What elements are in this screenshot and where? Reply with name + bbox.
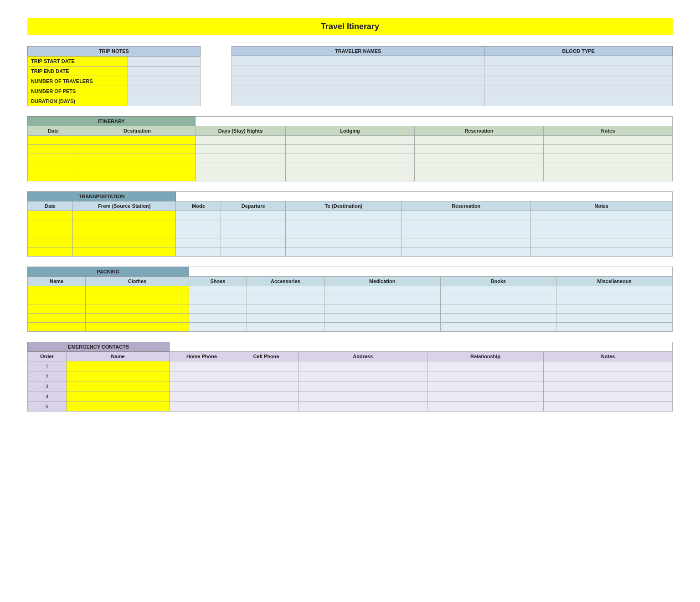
pack-r4-books[interactable] bbox=[440, 314, 556, 323]
itin-r5-days[interactable] bbox=[195, 172, 285, 181]
trans-r2-res[interactable] bbox=[401, 220, 530, 229]
itin-r3-days[interactable] bbox=[195, 154, 285, 163]
trans-r3-mode[interactable] bbox=[176, 229, 221, 238]
emerg-r3-rel[interactable] bbox=[427, 381, 544, 391]
traveler-name-1[interactable] bbox=[232, 56, 484, 66]
pack-r2-clothes[interactable] bbox=[86, 295, 189, 304]
itin-r5-date[interactable] bbox=[28, 172, 79, 181]
pack-r5-shoes[interactable] bbox=[189, 323, 247, 332]
trans-r4-to[interactable] bbox=[285, 238, 401, 247]
itin-r4-lodging[interactable] bbox=[285, 163, 414, 172]
trans-r2-to[interactable] bbox=[285, 220, 401, 229]
pack-r5-acc[interactable] bbox=[247, 323, 324, 332]
pack-r3-med[interactable] bbox=[324, 304, 440, 314]
emerg-r3-home[interactable] bbox=[170, 381, 234, 391]
emerg-r2-notes[interactable] bbox=[543, 371, 672, 381]
itin-r1-notes[interactable] bbox=[543, 136, 672, 145]
itin-r5-dest[interactable] bbox=[79, 172, 196, 181]
traveler-name-2[interactable] bbox=[232, 66, 484, 76]
emerg-r2-rel[interactable] bbox=[427, 371, 544, 381]
trans-r4-mode[interactable] bbox=[176, 238, 221, 247]
pack-r5-name[interactable] bbox=[28, 323, 86, 332]
emerg-r4-name[interactable] bbox=[66, 391, 169, 401]
pack-r1-misc[interactable] bbox=[556, 286, 673, 295]
pack-r5-med[interactable] bbox=[324, 323, 440, 332]
itin-r1-res[interactable] bbox=[414, 136, 543, 145]
trans-r5-notes[interactable] bbox=[530, 247, 672, 257]
emerg-r5-name[interactable] bbox=[66, 401, 169, 412]
emerg-r4-cell[interactable] bbox=[234, 391, 299, 401]
itin-r4-days[interactable] bbox=[195, 163, 285, 172]
trans-r1-date[interactable] bbox=[28, 211, 73, 220]
trans-r2-date[interactable] bbox=[28, 220, 73, 229]
traveler-name-5[interactable] bbox=[232, 96, 484, 106]
trans-r1-to[interactable] bbox=[285, 211, 401, 220]
itin-r4-dest[interactable] bbox=[79, 163, 196, 172]
itin-r3-lodging[interactable] bbox=[285, 154, 414, 163]
itin-r3-dest[interactable] bbox=[79, 154, 196, 163]
itin-r3-date[interactable] bbox=[28, 154, 79, 163]
emerg-r3-addr[interactable] bbox=[299, 381, 427, 391]
trans-r5-mode[interactable] bbox=[176, 247, 221, 257]
blood-type-4[interactable] bbox=[484, 86, 673, 96]
emerg-r4-addr[interactable] bbox=[299, 391, 427, 401]
pack-r5-clothes[interactable] bbox=[86, 323, 189, 332]
trans-r2-from[interactable] bbox=[73, 220, 176, 229]
emerg-r2-cell[interactable] bbox=[234, 371, 299, 381]
itin-r2-date[interactable] bbox=[28, 145, 79, 154]
emerg-r5-home[interactable] bbox=[170, 401, 234, 412]
itin-r2-res[interactable] bbox=[414, 145, 543, 154]
trans-r4-date[interactable] bbox=[28, 238, 73, 247]
emerg-r5-addr[interactable] bbox=[299, 401, 427, 412]
trans-r2-mode[interactable] bbox=[176, 220, 221, 229]
pack-r3-books[interactable] bbox=[440, 304, 556, 314]
emerg-r1-home[interactable] bbox=[170, 361, 234, 371]
traveler-name-4[interactable] bbox=[232, 86, 484, 96]
emerg-r5-rel[interactable] bbox=[427, 401, 544, 412]
itin-r2-days[interactable] bbox=[195, 145, 285, 154]
emerg-r1-addr[interactable] bbox=[299, 361, 427, 371]
pack-r2-med[interactable] bbox=[324, 295, 440, 304]
pack-r1-acc[interactable] bbox=[247, 286, 324, 295]
pack-r1-clothes[interactable] bbox=[86, 286, 189, 295]
trans-r1-notes[interactable] bbox=[530, 211, 672, 220]
pack-r3-acc[interactable] bbox=[247, 304, 324, 314]
pack-r1-books[interactable] bbox=[440, 286, 556, 295]
trans-r5-dep[interactable] bbox=[221, 247, 286, 257]
traveler-name-3[interactable] bbox=[232, 76, 484, 86]
emerg-r5-cell[interactable] bbox=[234, 401, 299, 412]
emerg-r4-rel[interactable] bbox=[427, 391, 544, 401]
trans-r4-dep[interactable] bbox=[221, 238, 286, 247]
pack-r3-name[interactable] bbox=[28, 304, 86, 314]
emerg-r3-cell[interactable] bbox=[234, 381, 299, 391]
itin-r1-lodging[interactable] bbox=[285, 136, 414, 145]
blood-type-1[interactable] bbox=[484, 56, 673, 66]
emerg-r1-rel[interactable] bbox=[427, 361, 544, 371]
pack-r5-misc[interactable] bbox=[556, 323, 673, 332]
itin-r1-dest[interactable] bbox=[79, 136, 196, 145]
blood-type-2[interactable] bbox=[484, 66, 673, 76]
emerg-r1-cell[interactable] bbox=[234, 361, 299, 371]
itin-r4-date[interactable] bbox=[28, 163, 79, 172]
emerg-r5-notes[interactable] bbox=[543, 401, 672, 412]
trans-r5-from[interactable] bbox=[73, 247, 176, 257]
itin-r4-notes[interactable] bbox=[543, 163, 672, 172]
itin-r5-lodging[interactable] bbox=[285, 172, 414, 181]
trans-r3-from[interactable] bbox=[73, 229, 176, 238]
num-travelers-value[interactable] bbox=[128, 76, 201, 86]
itin-r3-res[interactable] bbox=[414, 154, 543, 163]
pack-r3-misc[interactable] bbox=[556, 304, 673, 314]
trans-r4-res[interactable] bbox=[401, 238, 530, 247]
trans-r3-notes[interactable] bbox=[530, 229, 672, 238]
trans-r3-dep[interactable] bbox=[221, 229, 286, 238]
trans-r5-res[interactable] bbox=[401, 247, 530, 257]
trip-end-value[interactable] bbox=[128, 66, 201, 76]
pack-r3-shoes[interactable] bbox=[189, 304, 247, 314]
pack-r4-clothes[interactable] bbox=[86, 314, 189, 323]
trans-r3-date[interactable] bbox=[28, 229, 73, 238]
pack-r2-misc[interactable] bbox=[556, 295, 673, 304]
emerg-r2-home[interactable] bbox=[170, 371, 234, 381]
pack-r4-shoes[interactable] bbox=[189, 314, 247, 323]
itin-r5-notes[interactable] bbox=[543, 172, 672, 181]
blood-type-3[interactable] bbox=[484, 76, 673, 86]
